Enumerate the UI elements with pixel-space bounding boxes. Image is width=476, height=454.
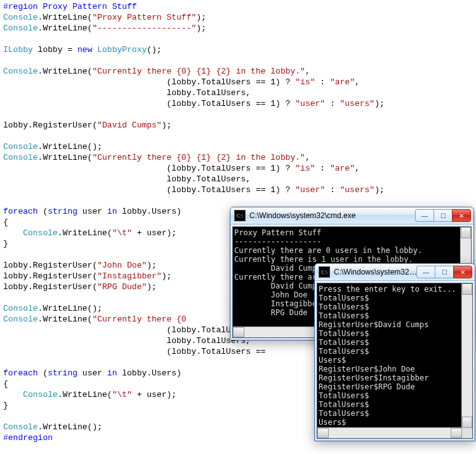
maximize-button[interactable]: ☐: [435, 266, 454, 278]
scrollbar-horizontal[interactable]: [317, 427, 462, 438]
close-button[interactable]: ✕: [453, 266, 472, 278]
titlebar[interactable]: C:\ C:\Windows\system32\cm... — ☐ ✕: [315, 264, 475, 281]
region-start: #region Proxy Pattern Stuff: [3, 2, 137, 11]
cmd-icon: C:\: [319, 266, 330, 278]
resize-grip[interactable]: [462, 428, 472, 438]
close-button[interactable]: ✕: [452, 209, 471, 222]
maximize-button[interactable]: ☐: [433, 209, 453, 222]
minimize-button[interactable]: —: [416, 266, 435, 278]
minimize-button[interactable]: —: [415, 209, 434, 222]
titlebar[interactable]: C:\ C:\Windows\system32\cmd.exe — ☐ ✕: [230, 207, 473, 224]
window-title: C:\Windows\system32\cmd.exe: [249, 211, 416, 220]
console-line: Proxy Pattern Stuff: [234, 228, 470, 237]
window-title: C:\Windows\system32\cm...: [334, 268, 417, 276]
cmd-icon: C:\: [234, 210, 246, 221]
console-output: Press the enter key to exit... TotalUser…: [317, 283, 473, 439]
console-window-2[interactable]: C:\ C:\Windows\system32\cm... — ☐ ✕ Pres…: [314, 263, 475, 441]
scrollbar-vertical[interactable]: [461, 283, 472, 428]
region-end: #endregion: [3, 433, 53, 443]
